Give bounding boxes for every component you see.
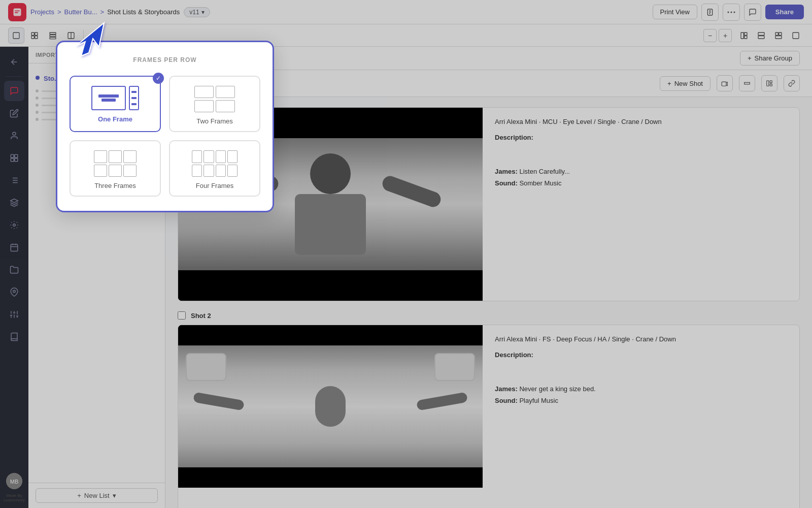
frame-option-one[interactable]: ✓ One Frame xyxy=(70,76,161,132)
frame-one-label: One Frame xyxy=(98,115,132,123)
frame-option-four[interactable]: Four Frames xyxy=(169,140,260,197)
frame-option-three[interactable]: Three Frames xyxy=(70,140,161,197)
frame-selected-check-icon: ✓ xyxy=(153,73,164,84)
arrow-pointer-icon xyxy=(66,15,112,67)
frame-two-label: Two Frames xyxy=(196,117,233,125)
frame-option-two[interactable]: Two Frames xyxy=(169,76,260,132)
frame-four-label: Four Frames xyxy=(196,182,233,189)
frames-options-grid: ✓ One Frame xyxy=(70,76,260,197)
frame-three-label: Three Frames xyxy=(94,182,136,189)
